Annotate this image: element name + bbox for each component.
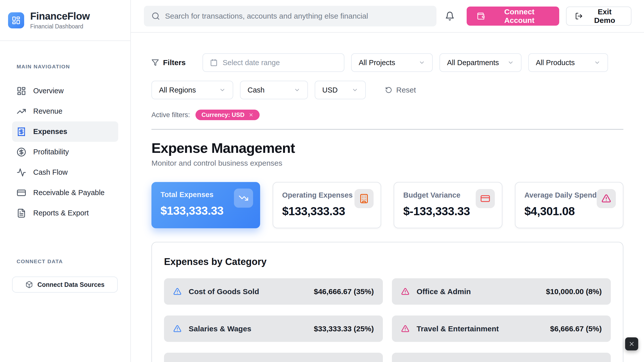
search-input[interactable] xyxy=(165,12,429,20)
filters-row-1: Filters Select date range All Projects A… xyxy=(151,53,623,72)
stat-card-average-daily-spend[interactable]: Average Daily Spend $4,301.08 xyxy=(515,182,624,228)
reset-label: Reset xyxy=(396,86,416,94)
chevron-down-icon xyxy=(507,59,514,66)
connect-data-sources-button[interactable]: Connect Data Sources xyxy=(12,277,118,293)
stat-icon-tile xyxy=(234,189,253,208)
main-area: Connect Account Exit Demo Filters Select… xyxy=(131,0,644,362)
page-subtitle: Monitor and control business expenses xyxy=(151,159,623,167)
expenses-by-category-card: Expenses by Category Cost of Goods Sold … xyxy=(151,242,623,362)
activity-icon xyxy=(17,168,26,177)
sidebar-item-label: Overview xyxy=(33,87,64,95)
file-text-icon xyxy=(17,208,26,218)
app-root: FinanceFlow Financial Dashboard MAIN NAV… xyxy=(0,0,644,362)
circle-dollar-icon xyxy=(17,147,26,157)
category-name: Cost of Goods Sold xyxy=(189,287,307,296)
stat-icon-tile xyxy=(354,189,374,208)
credit-card-icon xyxy=(17,188,26,198)
category-name: Travel & Entertainment xyxy=(417,325,543,333)
sidebar-item-cash-flow[interactable]: Cash Flow xyxy=(12,162,118,183)
sidebar-item-receivable-payable[interactable]: Receivable & Payable xyxy=(12,183,118,203)
category-name: Office & Admin xyxy=(417,287,539,296)
exit-demo-label: Exit Demo xyxy=(587,8,622,25)
stat-card-budget-variance[interactable]: Budget Variance $-133,333.33 xyxy=(394,182,502,228)
departments-select[interactable]: All Departments xyxy=(439,53,521,72)
currency-select[interactable]: USD xyxy=(315,81,366,99)
stat-card-total-expenses[interactable]: Total Expenses $133,333.33 xyxy=(151,182,260,228)
bell-icon xyxy=(445,11,455,21)
connect-account-label: Connect Account xyxy=(490,8,549,25)
sidebar-item-revenue[interactable]: Revenue xyxy=(12,101,118,121)
sidebar-item-label: Expenses xyxy=(33,127,67,136)
exit-demo-button[interactable]: Exit Demo xyxy=(566,7,631,26)
category-value: $46,666.67 (35%) xyxy=(314,287,374,296)
alert-triangle-icon xyxy=(401,287,410,296)
reset-filters-button[interactable]: Reset xyxy=(385,86,416,94)
search-icon xyxy=(151,12,160,20)
close-icon xyxy=(628,341,635,347)
chevron-down-icon xyxy=(352,87,358,93)
stat-cards: Total Expenses $133,333.33 Operating Exp… xyxy=(151,182,623,228)
category-row[interactable]: Office & Admin $10,000.00 (8%) xyxy=(392,278,611,305)
alert-triangle-icon xyxy=(401,325,410,333)
topbar: Connect Account Exit Demo xyxy=(131,0,644,33)
search-bar[interactable] xyxy=(144,6,436,26)
category-row[interactable]: Cost of Goods Sold $46,666.67 (35%) xyxy=(164,278,383,305)
close-overlay-button[interactable] xyxy=(625,337,638,350)
currency-select-value: USD xyxy=(322,86,338,94)
close-icon[interactable] xyxy=(249,112,254,117)
sidebar-item-overview[interactable]: Overview xyxy=(12,81,118,101)
app-subtitle: Financial Dashboard xyxy=(30,23,90,30)
sidebar-item-label: Receivable & Payable xyxy=(33,189,105,197)
sidebar-item-label: Profitability xyxy=(33,148,69,156)
filters-row-2: All Regions Cash USD Reset xyxy=(151,81,623,99)
date-range-placeholder: Select date range xyxy=(223,59,280,67)
section-divider xyxy=(151,129,623,130)
sidebar-item-label: Cash Flow xyxy=(33,168,68,176)
connect-account-button[interactable]: Connect Account xyxy=(467,7,559,26)
category-value: $6,666.67 (5%) xyxy=(550,325,602,333)
category-row[interactable]: Travel & Entertainment $6,666.67 (5%) xyxy=(392,315,611,342)
regions-select[interactable]: All Regions xyxy=(151,81,233,99)
category-row[interactable]: Salaries & Wages $33,333.33 (25%) xyxy=(164,315,383,342)
page-title: Expense Management xyxy=(151,140,623,156)
active-filter-chip-label: Currency: USD xyxy=(202,111,245,118)
notifications-button[interactable] xyxy=(445,11,455,21)
sidebar-item-reports-export[interactable]: Reports & Export xyxy=(12,203,118,223)
stat-icon-tile xyxy=(476,189,495,208)
products-select[interactable]: All Products xyxy=(528,53,608,72)
active-filter-chip-currency[interactable]: Currency: USD xyxy=(195,110,260,120)
trending-up-icon xyxy=(17,107,26,116)
stat-icon-tile xyxy=(597,189,616,208)
alert-triangle-icon xyxy=(173,287,182,296)
sidebar-item-expenses[interactable]: Expenses xyxy=(12,121,118,142)
category-row[interactable]: Marketing $20,000.00 (15%) xyxy=(164,353,383,362)
sidebar-item-profitability[interactable]: Profitability xyxy=(12,142,118,162)
dashboard-logo-icon xyxy=(12,16,21,25)
dashboard-icon xyxy=(17,86,26,96)
projects-select[interactable]: All Projects xyxy=(351,53,433,72)
projects-select-value: All Projects xyxy=(359,59,395,67)
chevron-down-icon xyxy=(219,87,226,93)
payment-method-select[interactable]: Cash xyxy=(240,81,308,99)
active-filters-label: Active filters: xyxy=(151,111,190,119)
rotate-ccw-icon xyxy=(385,86,392,94)
category-list: Cost of Goods Sold $46,666.67 (35%) Offi… xyxy=(164,278,611,362)
chevron-down-icon xyxy=(594,59,600,66)
category-row[interactable]: Professional Services $3,333.33 (3%) xyxy=(392,353,611,362)
trending-down-icon xyxy=(238,193,249,203)
active-filters-row: Active filters: Currency: USD xyxy=(151,110,623,120)
sidebar-item-label: Reports & Export xyxy=(33,209,89,217)
products-select-value: All Products xyxy=(536,59,575,67)
category-value: $10,000.00 (8%) xyxy=(546,287,602,296)
chevron-down-icon xyxy=(419,59,425,66)
payment-method-select-value: Cash xyxy=(248,86,265,94)
sidebar-item-label: Revenue xyxy=(33,107,62,115)
stat-card-operating-expenses[interactable]: Operating Expenses $133,333.33 xyxy=(273,182,381,228)
receipt-icon xyxy=(17,127,26,137)
package-icon xyxy=(25,281,33,288)
filters-title: Filters xyxy=(151,58,196,67)
filter-icon xyxy=(151,59,159,66)
date-range-input[interactable]: Select date range xyxy=(203,53,344,72)
alert-triangle-icon xyxy=(173,325,182,333)
brand-text: FinanceFlow Financial Dashboard xyxy=(30,11,90,30)
